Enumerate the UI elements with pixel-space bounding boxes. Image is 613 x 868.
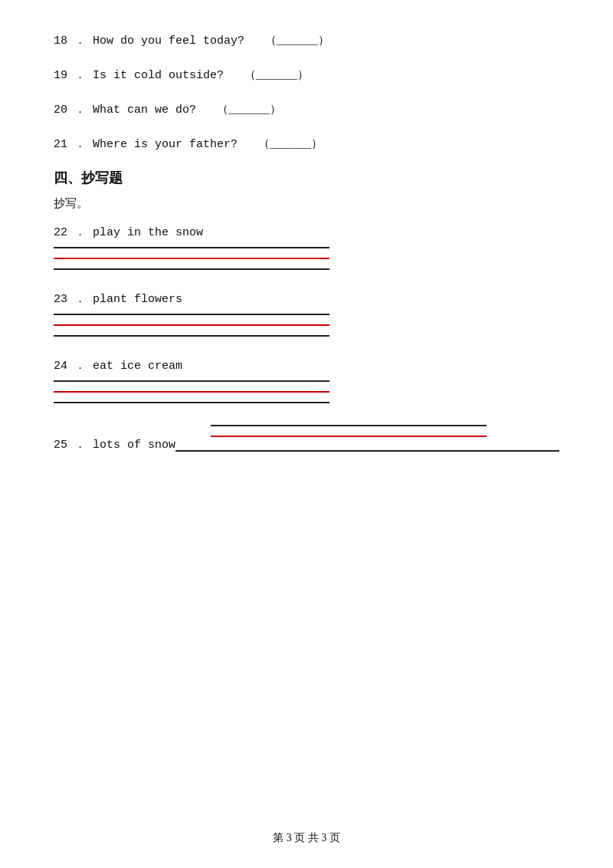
line-red-22: [54, 258, 329, 259]
copy-label-25-row: 25 ． lots of snow: [54, 437, 559, 452]
question-19: 19 ． Is it cold outside? （______）: [54, 65, 559, 86]
q18-question: How do you feel today?: [93, 35, 244, 48]
line-red-24a: [54, 391, 329, 393]
line-red-23: [54, 324, 329, 326]
q18-blank: （______）: [265, 35, 329, 48]
copy-item-24: 24 ． eat ice cream: [54, 358, 559, 403]
section4-header: 四、抄写题: [54, 169, 559, 187]
line-bottom-25: [175, 450, 559, 452]
q19-dot: ．: [74, 69, 86, 82]
line-top-25a: [211, 425, 487, 426]
copy-instruction: 抄写。: [54, 196, 559, 211]
line-top-24a: [54, 380, 329, 382]
line-bottom-24a: [54, 402, 329, 403]
copy-label-24: 24 ． eat ice cream: [54, 358, 559, 373]
writing-lines-22: [54, 247, 329, 270]
q20-dot: ．: [74, 104, 86, 117]
line-bottom-23: [54, 335, 329, 337]
line-top-23: [54, 314, 329, 315]
q18-dot: ．: [74, 35, 86, 48]
page-content: 18 ． How do you feel today? （______） 19 …: [0, 0, 613, 519]
line-red-25a: [211, 436, 487, 437]
q20-question: What can we do?: [93, 104, 196, 117]
q20-text: 20: [54, 104, 67, 117]
page-footer: 第 3 页 共 3 页: [0, 831, 613, 845]
copy-label-23: 23 ． plant flowers: [54, 291, 559, 306]
q20-blank: （______）: [217, 104, 281, 117]
q19-question: Is it cold outside?: [93, 69, 224, 82]
copy-label-25: 25 ． lots of snow: [54, 437, 175, 452]
writing-lines-24: [54, 380, 329, 403]
question-20: 20 ． What can we do? （______）: [54, 100, 559, 120]
footer-text: 第 3 页 共 3 页: [273, 832, 340, 843]
q21-question: Where is your father?: [93, 138, 238, 151]
q21-text: 21: [54, 138, 67, 151]
writing-lines-23: [54, 314, 329, 337]
line-top-22: [54, 247, 329, 248]
copy-item-25: 25 ． lots of snow: [54, 425, 559, 452]
q19-blank: （______）: [244, 69, 309, 82]
question-21: 21 ． Where is your father? （______）: [54, 134, 559, 155]
copy-label-22: 22 ． play in the snow: [54, 225, 559, 239]
q21-dot: ．: [74, 138, 86, 151]
q21-blank: （______）: [258, 138, 323, 151]
line-bottom-22: [54, 268, 329, 270]
copy-item-22: 22 ． play in the snow: [54, 225, 559, 270]
q19-text: 19: [54, 69, 67, 82]
copy-item-23: 23 ． plant flowers: [54, 291, 559, 337]
q18-text: 18: [54, 35, 67, 48]
question-18: 18 ． How do you feel today? （______）: [54, 31, 559, 51]
